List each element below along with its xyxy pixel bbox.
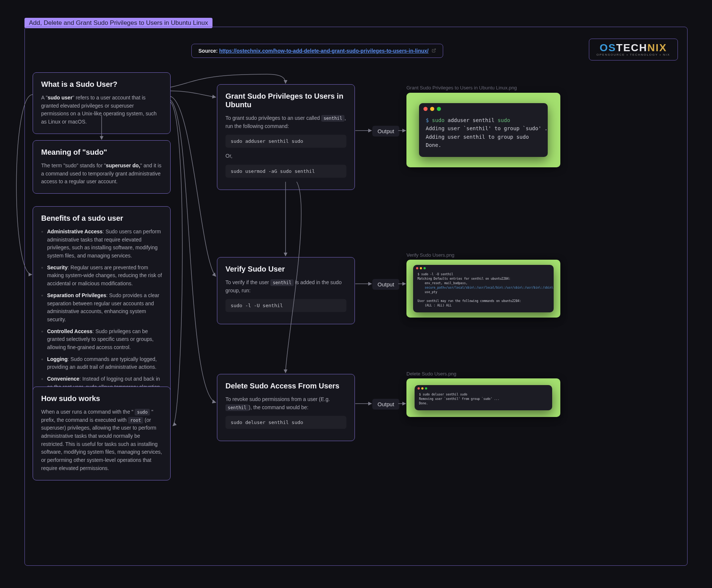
edge-label-output: Output	[372, 399, 399, 410]
card-body: When a user runs a command with the " su…	[41, 408, 162, 473]
external-link-icon	[432, 48, 436, 52]
terminal-body: $ sudo -l -U senthil Matching Defaults e…	[413, 272, 554, 312]
terminal-titlebar	[415, 385, 552, 392]
benefits-list: Administrative Access: Sudo users can pe…	[41, 228, 162, 399]
terminal-titlebar	[413, 265, 554, 272]
screenshot-filename: Verify Sudo Users.png	[406, 252, 454, 258]
maximize-icon	[423, 267, 426, 269]
minimize-icon	[420, 267, 422, 269]
card-title: Meaning of "sudo"	[41, 148, 162, 157]
card-title: Benefits of a sudo user	[41, 214, 162, 223]
card-grant-sudo: Grant Sudo Privileges to Users in Ubuntu…	[217, 84, 355, 190]
logo-tagline: OPENSOURCE • TECHNOLOGY • NIX	[597, 53, 670, 56]
card-body: A "sudo user" refers to a user account t…	[41, 94, 162, 126]
card-benefits: Benefits of a sudo user Administrative A…	[33, 206, 171, 411]
minimize-icon	[430, 107, 434, 111]
maximize-icon	[425, 387, 427, 390]
card-meaning-sudo: Meaning of "sudo" The term "sudo" stands…	[33, 140, 171, 194]
terminal-window: $ sudo deluser senthil sudo Removing use…	[415, 385, 552, 410]
card-title: Delete Sudo Access From Users	[225, 382, 346, 390]
card-title: Grant Sudo Privileges to Users in Ubuntu	[225, 92, 346, 109]
logo-brand: OSTECHNIX	[597, 42, 670, 54]
terminal-body: $ sudo adduser senthil sudo Adding user …	[419, 115, 548, 157]
card-title: What is a Sudo User?	[41, 80, 162, 89]
code-block: sudo adduser senthil sudo	[225, 135, 346, 148]
card-what-is-sudo: What is a Sudo User? A "sudo user" refer…	[33, 72, 171, 134]
terminal-window: $ sudo adduser senthil sudo Adding user …	[419, 103, 548, 157]
close-icon	[423, 107, 428, 111]
card-text: Or,	[225, 152, 346, 160]
card-title: Verify Sudo User	[225, 265, 346, 273]
screenshot-filename: Delete Sudo Users.png	[406, 371, 456, 377]
terminal-window: $ sudo -l -U senthil Matching Defaults e…	[413, 265, 554, 312]
terminal-titlebar	[419, 103, 548, 115]
card-verify-sudo: Verify Sudo User To verify if the user s…	[217, 257, 355, 324]
screenshot-filename: Grant Sudo Privileges to Users in Ubuntu…	[406, 85, 517, 91]
close-icon	[416, 267, 418, 269]
source-box: Source: https://ostechnix.com/how-to-add…	[191, 44, 443, 58]
code-block: sudo deluser senthil sudo	[225, 416, 346, 429]
minimize-icon	[421, 387, 423, 390]
card-how-sudo-works: How sudo works When a user runs a comman…	[33, 387, 171, 480]
code-block: sudo usermod -aG sudo senthil	[225, 165, 346, 178]
edge-label-output: Output	[372, 126, 399, 137]
card-text: To verify if the user senthil is added i…	[225, 279, 346, 295]
edge-label-output: Output	[372, 279, 399, 290]
terminal-body: $ sudo deluser senthil sudo Removing use…	[415, 392, 552, 410]
close-icon	[418, 387, 420, 390]
svg-line-0	[434, 49, 436, 51]
card-delete-sudo: Delete Sudo Access From Users To revoke …	[217, 374, 355, 441]
screenshot-delete: $ sudo deluser senthil sudo Removing use…	[406, 378, 560, 417]
logo: OSTECHNIX OPENSOURCE • TECHNOLOGY • NIX	[589, 39, 678, 60]
card-text: To revoke sudo permissions from a user (…	[225, 395, 346, 411]
code-block: sudo -l -U senthil	[225, 299, 346, 312]
screenshot-grant: $ sudo adduser senthil sudo Adding user …	[406, 93, 560, 167]
maximize-icon	[437, 107, 441, 111]
card-body: The term "sudo" stands for "superuser do…	[41, 162, 162, 186]
source-label: Source:	[198, 48, 219, 54]
source-link[interactable]: https://ostechnix.com/how-to-add-delete-…	[219, 48, 429, 54]
card-text: To grant sudo privileges to an user call…	[225, 114, 346, 130]
screenshot-verify: $ sudo -l -U senthil Matching Defaults e…	[406, 260, 560, 318]
card-title: How sudo works	[41, 394, 162, 403]
